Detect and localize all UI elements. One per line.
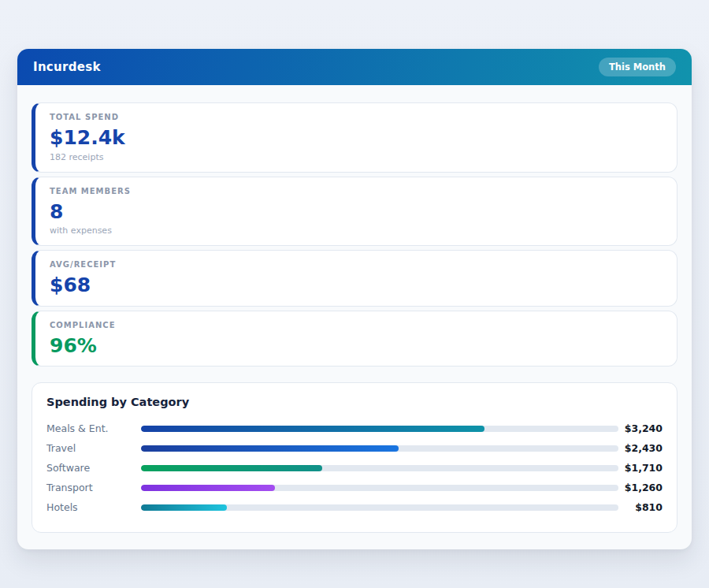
category-value: $2,430	[618, 442, 663, 454]
category-label: Transport	[46, 482, 141, 493]
chart-row-software: Software $1,710	[46, 458, 663, 478]
category-label: Hotels	[46, 501, 141, 513]
chart-row-transport: Transport $1,260	[46, 478, 663, 497]
chart-row-meals: Meals & Ent. $3,240	[46, 419, 663, 438]
app-title: Incurdesk	[33, 60, 101, 74]
bar-fill-hotels	[141, 504, 227, 511]
stat-label: TOTAL SPEND	[50, 113, 663, 121]
stat-card-total-spend: TOTAL SPEND $12.4k 182 receipts	[32, 102, 677, 173]
bar-fill-transport	[141, 485, 275, 491]
stat-value: 8	[50, 201, 663, 223]
stat-value: $12.4k	[50, 127, 663, 149]
stat-card-compliance: COMPLIANCE 96%	[32, 311, 677, 367]
dashboard-panel: Incurdesk This Month TOTAL SPEND $12.4k …	[17, 49, 692, 549]
bar-track	[141, 504, 618, 511]
category-label: Meals & Ent.	[46, 422, 141, 434]
bar-fill-software	[141, 465, 322, 471]
category-label: Software	[46, 462, 141, 474]
stat-value: 96%	[50, 335, 663, 357]
app-header: Incurdesk This Month	[17, 49, 692, 85]
stat-card-team-members: TEAM MEMBERS 8 with expenses	[32, 177, 677, 247]
stat-card-avg-receipt: AVG/RECEIPT $68	[32, 250, 677, 307]
stat-value: $68	[50, 274, 663, 296]
bar-track	[141, 465, 618, 471]
category-value: $1,260	[618, 482, 663, 493]
stat-subtext: 182 receipts	[50, 152, 663, 162]
chart-row-travel: Travel $2,430	[46, 438, 663, 458]
category-value: $810	[618, 501, 663, 513]
chart-row-hotels: Hotels $810	[46, 497, 663, 517]
category-value: $3,240	[618, 422, 663, 434]
bar-track	[141, 485, 618, 491]
stat-subtext: with expenses	[50, 225, 663, 236]
category-value: $1,710	[618, 462, 663, 474]
bar-track	[141, 445, 618, 452]
bar-fill-travel	[141, 445, 399, 452]
stat-label: COMPLIANCE	[50, 321, 663, 329]
spending-by-category-chart: Spending by Category Meals & Ent. $3,240…	[32, 382, 677, 533]
category-label: Travel	[46, 442, 141, 454]
stat-label: TEAM MEMBERS	[50, 187, 663, 195]
bar-fill-meals	[141, 426, 484, 432]
bar-track	[141, 426, 618, 432]
chart-title: Spending by Category	[46, 396, 663, 408]
panel-body: TOTAL SPEND $12.4k 182 receipts TEAM MEM…	[17, 85, 692, 549]
stat-label: AVG/RECEIPT	[50, 260, 663, 269]
period-selector-badge[interactable]: This Month	[599, 58, 676, 76]
